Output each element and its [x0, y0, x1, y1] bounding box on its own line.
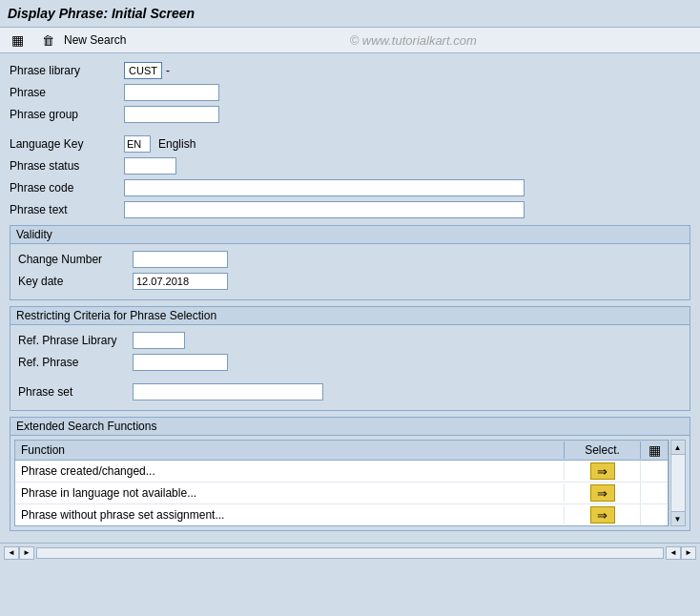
main-content: Phrase library CUST - Phrase Phrase grou… [0, 53, 700, 543]
scroll-track [670, 455, 686, 511]
phrase-library-row: Phrase library CUST - [10, 61, 690, 80]
ref-phrase-input[interactable] [133, 354, 228, 371]
row0-function-text: Phrase created/changed... [21, 464, 155, 478]
scroll-h-right-button[interactable]: ► [681, 546, 696, 560]
scroll-h-left-button[interactable]: ◄ [666, 546, 681, 560]
phrase-status-input[interactable] [124, 157, 176, 175]
phrase-text-label: Phrase text [10, 203, 124, 216]
phrase-text-input[interactable] [124, 201, 525, 218]
change-number-input[interactable] [133, 251, 228, 268]
delete-icon: 🗑 [42, 33, 54, 48]
row2-select-cell: ⇒ [565, 504, 641, 525]
row0-select-button[interactable]: ⇒ [590, 462, 615, 480]
key-date-row: Key date [18, 272, 682, 291]
title-bar: Display Phrase: Initial Screen [0, 0, 700, 28]
table-row: Phrase created/changed... ⇒ [15, 461, 668, 483]
phrase-library-label: Phrase library [10, 64, 124, 77]
phrase-row: Phrase [10, 83, 690, 102]
phrase-group-label: Phrase group [10, 108, 124, 121]
phrase-code-label: Phrase code [10, 181, 124, 195]
ref-phrase-label: Ref. Phrase [18, 356, 133, 369]
ref-library-row: Ref. Phrase Library [18, 331, 682, 350]
phrase-set-label: Phrase set [18, 385, 133, 399]
change-number-row: Change Number [18, 250, 682, 269]
horizontal-scrollbar[interactable] [36, 547, 664, 559]
nav-right-button[interactable]: ► [19, 546, 34, 560]
extended-header: Extended Search Functions [10, 418, 690, 436]
language-key-code-input[interactable] [124, 135, 151, 153]
table-grid-icon[interactable]: ▦ [649, 442, 661, 458]
row2-select-button[interactable]: ⇒ [590, 506, 615, 524]
restricting-body: Ref. Phrase Library Ref. Phrase Phrase s… [10, 325, 690, 410]
phrase-code-input[interactable] [124, 179, 525, 196]
phrase-code-row: Phrase code [10, 178, 690, 197]
col-icon-header: ▦ [641, 441, 668, 460]
extended-section: Extended Search Functions Function Selec… [10, 417, 690, 531]
extended-body: Function Select. ▦ Phrase created/change… [10, 436, 690, 530]
phrase-input[interactable] [124, 84, 219, 101]
key-date-label: Key date [18, 275, 133, 288]
new-search-label: New Search [64, 33, 126, 47]
phrase-text-row: Phrase text [10, 200, 690, 219]
phrase-group-row: Phrase group [10, 105, 690, 124]
phrase-set-row: Phrase set [18, 382, 682, 401]
validity-body: Change Number Key date [10, 244, 690, 299]
phrase-status-label: Phrase status [10, 159, 124, 173]
row2-function: Phrase without phrase set assignment... [15, 506, 565, 524]
row2-function-text: Phrase without phrase set assignment... [21, 508, 224, 522]
col-select-header: Select. [565, 441, 641, 459]
validity-header: Validity [10, 226, 690, 244]
phrase-library-dash: - [166, 64, 170, 77]
key-date-input[interactable] [133, 273, 228, 290]
ref-phrase-row: Ref. Phrase [18, 353, 682, 372]
table-header: Function Select. ▦ [15, 441, 668, 461]
restricting-header: Restricting Criteria for Phrase Selectio… [10, 307, 690, 325]
nav-left-button[interactable]: ◄ [4, 546, 19, 560]
ref-library-label: Ref. Phrase Library [18, 334, 133, 347]
phrase-group-input[interactable] [124, 106, 219, 123]
row1-select-button[interactable]: ⇒ [590, 484, 615, 502]
phrase-label: Phrase [10, 86, 124, 99]
phrase-status-row: Phrase status [10, 156, 690, 175]
language-key-row: Language Key English [10, 134, 690, 154]
scroll-down-button[interactable]: ▼ [670, 511, 686, 526]
row1-function-text: Phrase in language not available... [21, 486, 196, 500]
title-text: Display Phrase: Initial Screen [8, 6, 195, 21]
table-row: Phrase without phrase set assignment... … [15, 504, 668, 525]
table-row: Phrase in language not available... ⇒ [15, 483, 668, 504]
bottom-bar: ◄ ► ◄ ► [0, 543, 700, 562]
main-form: Phrase library CUST - Phrase Phrase grou… [10, 61, 690, 219]
row1-function: Phrase in language not available... [15, 484, 565, 502]
row0-select-cell: ⇒ [565, 461, 641, 482]
row1-select-cell: ⇒ [565, 483, 641, 503]
scroll-up-button[interactable]: ▲ [670, 440, 686, 455]
toolbar: ▦ 🗑 New Search © www.tutorialkart.com [0, 28, 700, 53]
validity-section: Validity Change Number Key date [10, 225, 690, 300]
language-key-text: English [158, 137, 196, 151]
row0-function: Phrase created/changed... [15, 462, 565, 480]
col-function-header: Function [15, 441, 565, 459]
phrase-library-value[interactable]: CUST [124, 62, 162, 79]
extended-table: Function Select. ▦ Phrase created/change… [14, 440, 669, 526]
change-number-label: Change Number [18, 253, 133, 266]
restricting-section: Restricting Criteria for Phrase Selectio… [10, 306, 690, 411]
phrase-set-input[interactable] [133, 383, 323, 400]
watermark: © www.tutorialkart.com [134, 33, 692, 48]
vertical-scrollbar: ▲ ▼ [669, 440, 686, 526]
language-key-label: Language Key [10, 137, 124, 151]
ref-library-input[interactable] [133, 332, 185, 349]
new-search-button[interactable]: New Search [60, 31, 130, 49]
grid-icon: ▦ [8, 31, 27, 49]
